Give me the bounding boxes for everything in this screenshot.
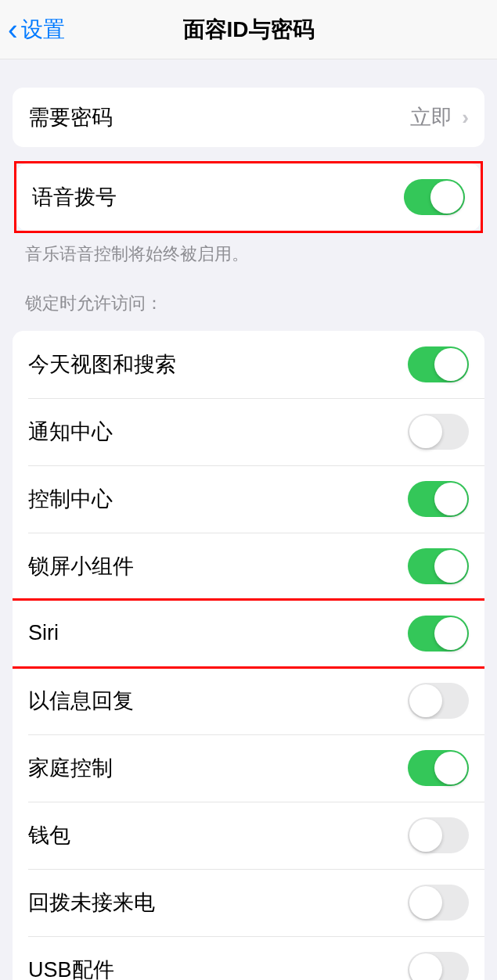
- wallet-label: 钱包: [28, 821, 70, 849]
- home-control-toggle[interactable]: [408, 750, 469, 786]
- toggle-knob: [430, 181, 463, 214]
- toggle-knob: [434, 550, 467, 583]
- toggle-knob: [409, 415, 442, 448]
- notification-center-toggle[interactable]: [408, 414, 469, 450]
- toggle-knob: [409, 953, 442, 980]
- today-view-row: 今天视图和搜索: [13, 331, 484, 398]
- usb-accessories-label: USB配件: [28, 956, 114, 980]
- require-passcode-label: 需要密码: [28, 103, 113, 131]
- voice-dial-highlight: 语音拨号: [14, 161, 483, 233]
- toggle-knob: [409, 819, 442, 852]
- today-view-toggle[interactable]: [408, 346, 469, 382]
- notification-center-label: 通知中心: [28, 418, 113, 446]
- voice-dial-group: 语音拨号: [16, 163, 481, 231]
- siri-row: Siri: [13, 600, 484, 667]
- require-passcode-row[interactable]: 需要密码 立即 ›: [13, 88, 484, 147]
- toggle-knob: [434, 348, 467, 381]
- require-passcode-group: 需要密码 立即 ›: [13, 88, 484, 147]
- back-button[interactable]: ‹ 设置: [8, 15, 65, 45]
- lockscreen-widgets-label: 锁屏小组件: [28, 552, 134, 580]
- notification-center-row: 通知中心: [13, 398, 484, 465]
- toggle-knob: [434, 617, 467, 650]
- home-control-row: 家庭控制: [13, 734, 484, 802]
- usb-accessories-row: USB配件: [13, 936, 484, 980]
- control-center-label: 控制中心: [28, 485, 113, 513]
- chevron-left-icon: ‹: [8, 15, 18, 45]
- require-passcode-value: 立即: [410, 103, 452, 131]
- voice-dial-label: 语音拨号: [32, 183, 117, 211]
- toggle-knob: [409, 886, 442, 919]
- lock-access-group: 今天视图和搜索 通知中心 控制中心 锁屏小组件 Siri: [13, 331, 484, 980]
- usb-accessories-toggle[interactable]: [408, 952, 469, 980]
- lockscreen-widgets-row: 锁屏小组件: [13, 533, 484, 600]
- control-center-row: 控制中心: [13, 465, 484, 533]
- voice-dial-footer: 音乐语音控制将始终被启用。: [0, 233, 497, 267]
- reply-message-label: 以信息回复: [28, 687, 134, 715]
- settings-content: 需要密码 立即 › 语音拨号 音乐语音控制将始终被启用。 锁定时允许访问： 今天…: [0, 88, 497, 980]
- lock-access-header: 锁定时允许访问：: [0, 267, 497, 323]
- today-view-label: 今天视图和搜索: [28, 350, 176, 379]
- voice-dial-row: 语音拨号: [16, 163, 481, 231]
- chevron-right-icon: ›: [462, 106, 469, 130]
- wallet-toggle[interactable]: [408, 817, 469, 853]
- wallet-row: 钱包: [13, 802, 484, 869]
- voice-dial-toggle[interactable]: [404, 179, 465, 215]
- require-passcode-value-wrapper: 立即 ›: [410, 103, 469, 131]
- navigation-bar: ‹ 设置 面容ID与密码: [0, 0, 497, 59]
- return-missed-calls-label: 回拨未接来电: [28, 888, 155, 917]
- page-title: 面容ID与密码: [183, 15, 315, 45]
- siri-toggle[interactable]: [408, 616, 469, 652]
- back-label: 设置: [21, 15, 65, 45]
- toggle-knob: [434, 483, 467, 515]
- toggle-knob: [409, 684, 442, 717]
- home-control-label: 家庭控制: [28, 754, 113, 782]
- toggle-knob: [434, 752, 467, 784]
- lockscreen-widgets-toggle[interactable]: [408, 548, 469, 584]
- return-missed-calls-row: 回拨未接来电: [13, 869, 484, 936]
- reply-message-toggle[interactable]: [408, 683, 469, 719]
- reply-message-row: 以信息回复: [13, 667, 484, 734]
- return-missed-calls-toggle[interactable]: [408, 885, 469, 921]
- control-center-toggle[interactable]: [408, 481, 469, 517]
- siri-label: Siri: [28, 621, 59, 645]
